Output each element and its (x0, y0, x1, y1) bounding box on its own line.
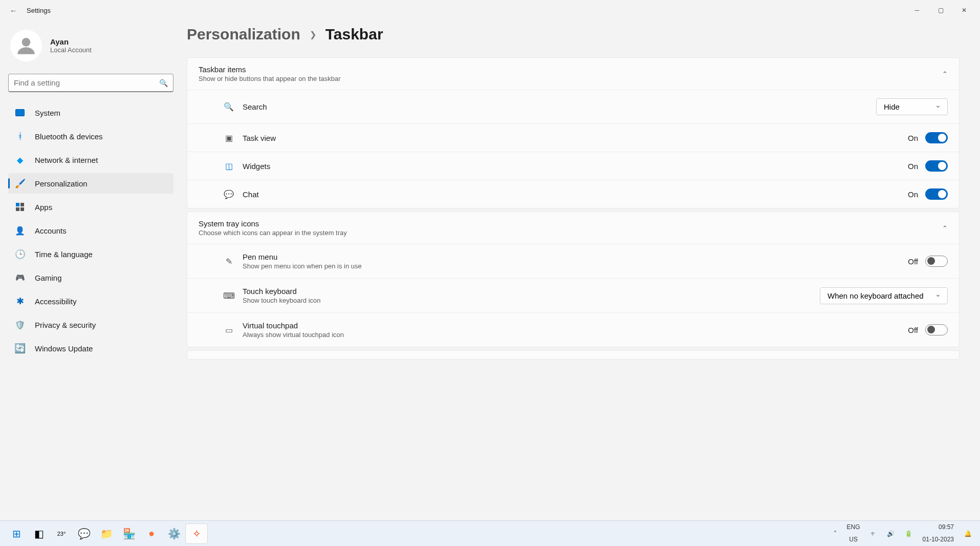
nav-system[interactable]: System (8, 102, 173, 123)
nav-label: System (35, 109, 60, 117)
row-sublabel: Always show virtual touchpad icon (243, 331, 344, 339)
taskview-button[interactable]: ◧ (28, 523, 50, 544)
nav-time[interactable]: 🕒Time & language (8, 244, 173, 264)
weather-text: 23° (57, 531, 66, 537)
dropdown-value: Hide (884, 102, 900, 111)
start-button[interactable]: ⊞ (5, 523, 28, 544)
nav-label: Network & internet (35, 156, 98, 164)
lang-top: ENG (847, 524, 860, 531)
nav-personalization[interactable]: 🖌️Personalization (8, 173, 173, 194)
breadcrumb: Personalization ❯ Taskbar (187, 26, 960, 43)
nav-accounts[interactable]: 👤Accounts (8, 220, 173, 241)
touch-keyboard-dropdown[interactable]: When no keyboard attached (820, 287, 948, 304)
nav-network[interactable]: ◆Network & internet (8, 150, 173, 170)
chat-toggle[interactable] (925, 188, 948, 200)
nav-gaming[interactable]: 🎮Gaming (8, 267, 173, 288)
nav-apps[interactable]: Apps (8, 197, 173, 217)
language-indicator[interactable]: ENG US (844, 524, 863, 542)
chevron-up-icon: ⌃ (942, 224, 948, 232)
row-label: Virtual touchpad (243, 321, 344, 330)
back-button[interactable]: ← (4, 6, 23, 15)
search-box[interactable]: 🔍 (8, 74, 173, 92)
panel-header-taskbar-items[interactable]: Taskbar items Show or hide buttons that … (187, 58, 959, 90)
search-icon: 🔍 (223, 101, 234, 113)
row-sublabel: Show pen menu icon when pen is in use (243, 262, 362, 270)
chevron-right-icon: ❯ (310, 30, 316, 39)
panel-header-system-tray[interactable]: System tray icons Choose which icons can… (187, 212, 959, 244)
nav-bluetooth[interactable]: ᚼBluetooth & devices (8, 126, 173, 146)
nav-label: Apps (35, 203, 52, 212)
nav-label: Accessibility (35, 297, 77, 306)
file-explorer[interactable]: 📁 (95, 523, 118, 544)
row-touch-keyboard: ⌨ Touch keyboard Show touch keyboard ico… (187, 278, 959, 312)
row-label: Search (243, 102, 267, 111)
nav-label: Privacy & security (35, 321, 96, 329)
row-label: Chat (243, 190, 259, 199)
maximize-button[interactable]: ▢ (929, 2, 952, 18)
chevron-up-icon: ⌃ (942, 70, 948, 78)
microsoft-store[interactable]: 🏪 (118, 523, 140, 544)
firefox[interactable]: ● (140, 523, 163, 544)
nav-label: Personalization (35, 179, 88, 188)
settings-app[interactable]: ⚙️ (163, 523, 185, 544)
breadcrumb-current: Taskbar (325, 26, 383, 43)
pen-toggle[interactable] (925, 256, 948, 267)
person-icon: 👤 (14, 225, 26, 236)
brush-icon: 🖌️ (14, 178, 26, 189)
toggle-state: Off (908, 326, 918, 334)
network-icon[interactable]: ᯤ (867, 530, 880, 537)
battery-icon[interactable]: 🔋 (902, 530, 916, 537)
breadcrumb-parent[interactable]: Personalization (187, 26, 300, 43)
widgets-icon: ◫ (223, 160, 234, 172)
clock[interactable]: 09:57 01-10-2023 (920, 524, 957, 543)
toggle-state: Off (908, 257, 918, 266)
apps-icon (16, 203, 24, 211)
search-dropdown[interactable]: Hide (876, 98, 948, 115)
panel-collapsed-next[interactable] (187, 350, 960, 360)
tray-overflow[interactable]: ˄ (831, 530, 840, 537)
row-search: 🔍 Search Hide (187, 90, 959, 123)
nav-label: Time & language (35, 250, 93, 259)
row-chat: 💬 Chat On (187, 180, 959, 208)
panel-subtitle: Show or hide buttons that appear on the … (199, 75, 341, 82)
nav-update[interactable]: 🔄Windows Update (8, 338, 173, 359)
date-text: 01-10-2023 (923, 536, 954, 543)
row-sublabel: Show touch keyboard icon (243, 297, 320, 304)
volume-icon[interactable]: 🔊 (884, 530, 898, 537)
time-text: 09:57 (939, 524, 954, 531)
panel-title: Taskbar items (199, 65, 341, 74)
gamepad-icon: 🎮 (14, 272, 26, 283)
system-icon (15, 109, 25, 116)
taskview-toggle[interactable] (925, 132, 948, 143)
nav-list: System ᚼBluetooth & devices ◆Network & i… (8, 102, 173, 359)
close-button[interactable]: ✕ (952, 2, 976, 18)
nav-accessibility[interactable]: ✱Accessibility (8, 291, 173, 311)
profile-block[interactable]: Ayan Local Account (8, 26, 173, 74)
content: Personalization ❯ Taskbar Taskbar items … (182, 20, 980, 520)
row-label: Widgets (243, 162, 270, 171)
system-tray: ˄ ENG US ᯤ 🔊 🔋 09:57 01-10-2023 🔔 (831, 524, 975, 543)
chat-app[interactable]: 💬 (73, 523, 95, 544)
keyboard-icon: ⌨ (223, 290, 234, 301)
touchpad-icon: ▭ (223, 324, 234, 335)
panel-system-tray: System tray icons Choose which icons can… (187, 212, 960, 347)
row-virtual-touchpad: ▭ Virtual touchpad Always show virtual t… (187, 312, 959, 347)
shield-icon: 🛡️ (14, 319, 26, 330)
search-icon: 🔍 (159, 79, 168, 87)
svg-point-0 (22, 38, 31, 47)
profile-sub: Local Account (50, 46, 92, 54)
nav-privacy[interactable]: 🛡️Privacy & security (8, 314, 173, 335)
weather-widget[interactable]: 23° (50, 523, 73, 544)
panel-title: System tray icons (199, 219, 347, 228)
snipping-tool[interactable]: ✧ (185, 523, 208, 544)
virtual-touchpad-toggle[interactable] (925, 324, 948, 335)
search-input[interactable] (14, 78, 159, 87)
bluetooth-icon: ᚼ (14, 131, 26, 142)
pen-icon: ✎ (223, 256, 234, 267)
nav-label: Windows Update (35, 344, 93, 353)
minimize-button[interactable]: ─ (905, 2, 929, 18)
row-taskview: ▣ Task view On (187, 123, 959, 152)
accessibility-icon: ✱ (14, 296, 26, 307)
notifications-icon[interactable]: 🔔 (961, 530, 975, 537)
widgets-toggle[interactable] (925, 160, 948, 172)
